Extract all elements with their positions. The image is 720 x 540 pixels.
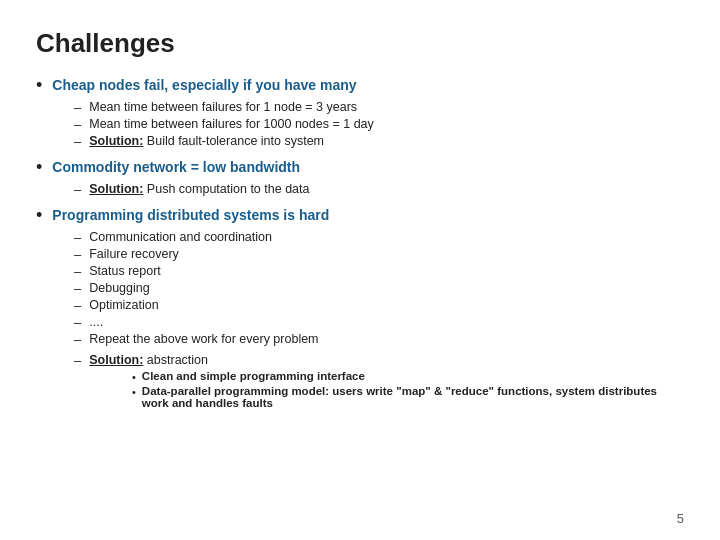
sub-item-3-4: – Debugging [74,281,684,296]
dash: – [74,182,81,197]
sub-items-2: – Solution: Push computation to the data [74,182,684,197]
sub-text-3-1: Communication and coordination [89,230,272,244]
bullet-main-3: • Programming distributed systems is har… [36,207,684,226]
dash: – [74,315,81,330]
dash: – [74,117,81,132]
dash: – [74,230,81,245]
sub-text-3-3: Status report [89,264,161,278]
solution-sub-item-2: • Data-parallel programming model: users… [132,385,684,409]
dash: – [74,100,81,115]
bullet-main-2: • Commodity network = low bandwidth [36,159,684,178]
dash: – [74,281,81,296]
sub-item-3-3: – Status report [74,264,684,279]
solution-sub-text-1: Clean and simple programming interface [142,370,365,382]
solution-sub-item-1: • Clean and simple programming interface [132,370,684,383]
bullet-dot-1: • [36,75,42,96]
solution-line: – Solution: abstraction [74,353,684,368]
sub-text-3-6: .... [89,315,103,329]
bullet-section-1: • Cheap nodes fail, especially if you ha… [36,77,684,149]
sub-item-1-2: – Mean time between failures for 1000 no… [74,117,684,132]
dash: – [74,247,81,262]
solution-text: Solution: abstraction [89,353,208,367]
bullet-section-3: • Programming distributed systems is har… [36,207,684,409]
dash: – [74,264,81,279]
sub-items-3: – Communication and coordination – Failu… [74,230,684,347]
sub-text-3-7: Repeat the above work for every problem [89,332,318,346]
sub-text-3-5: Optimization [89,298,158,312]
bullet-text-2: Commodity network = low bandwidth [52,159,300,175]
sub-item-3-1: – Communication and coordination [74,230,684,245]
dash: – [74,353,81,368]
slide: Challenges • Cheap nodes fail, especiall… [0,0,720,540]
bullet-text-3: Programming distributed systems is hard [52,207,329,223]
sub-text-1-2: Mean time between failures for 1000 node… [89,117,374,131]
sub-item-2-1: – Solution: Push computation to the data [74,182,684,197]
sub-item-1-1: – Mean time between failures for 1 node … [74,100,684,115]
sub-item-3-6: – .... [74,315,684,330]
bullet-small-2: • [132,386,136,398]
bullet-dot-3: • [36,205,42,226]
slide-title: Challenges [36,28,684,59]
sub-items-1: – Mean time between failures for 1 node … [74,100,684,149]
solution-label: Solution: [89,353,143,367]
sub-text-1-1: Mean time between failures for 1 node = … [89,100,357,114]
bullet-small-1: • [132,371,136,383]
dash: – [74,332,81,347]
solution-sub: • Clean and simple programming interface… [132,370,684,409]
solution-rest: abstraction [143,353,208,367]
sub-text-3-2: Failure recovery [89,247,179,261]
page-number: 5 [677,511,684,526]
bullet-dot-2: • [36,157,42,178]
sub-text-3-4: Debugging [89,281,149,295]
bullet-section-2: • Commodity network = low bandwidth – So… [36,159,684,197]
bullet-text-1: Cheap nodes fail, especially if you have… [52,77,356,93]
sub-text-1-3: Solution: Build fault-tolerance into sys… [89,134,324,148]
solution-item: – Solution: abstraction • Clean and simp… [74,353,684,409]
sub-item-3-7: – Repeat the above work for every proble… [74,332,684,347]
sub-item-3-2: – Failure recovery [74,247,684,262]
solution-sub-text-2: Data-parallel programming model: users w… [142,385,684,409]
bullet-main-1: • Cheap nodes fail, especially if you ha… [36,77,684,96]
sub-item-3-5: – Optimization [74,298,684,313]
dash: – [74,134,81,149]
dash: – [74,298,81,313]
sub-item-1-3: – Solution: Build fault-tolerance into s… [74,134,684,149]
sub-text-2-1: Solution: Push computation to the data [89,182,309,196]
